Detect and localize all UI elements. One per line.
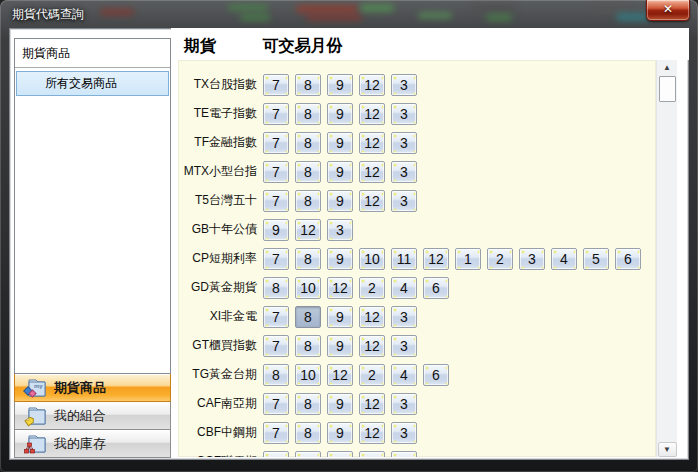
month-button[interactable]: 10 (295, 277, 321, 299)
month-button[interactable]: 3 (391, 306, 417, 328)
month-button[interactable]: 9 (327, 248, 353, 270)
product-label: CP短期利率 (178, 250, 263, 267)
month-button[interactable]: 8 (295, 190, 321, 212)
vertical-scrollbar[interactable]: ▲ ▼ (656, 60, 677, 457)
month-button[interactable]: 2 (487, 248, 513, 270)
month-button[interactable]: 6 (423, 364, 449, 386)
month-button[interactable]: 8 (295, 393, 321, 415)
month-button[interactable]: 9 (327, 451, 353, 458)
month-button[interactable]: 12 (359, 190, 385, 212)
month-button[interactable]: 12 (359, 393, 385, 415)
product-rows: TX台股指數789123TE電子指數789123TF金融指數789123MTX小… (178, 60, 656, 457)
month-buttons: 789123 (263, 422, 423, 444)
product-label: TG黃金台期 (178, 366, 263, 383)
month-button[interactable]: 8 (295, 103, 321, 125)
month-button[interactable]: 8 (295, 132, 321, 154)
month-button[interactable]: 12 (359, 422, 385, 444)
month-button[interactable]: 7 (263, 306, 289, 328)
month-button[interactable]: 7 (263, 132, 289, 154)
month-button[interactable]: 10 (359, 248, 385, 270)
month-button[interactable]: 7 (263, 248, 289, 270)
month-button[interactable]: 9 (327, 103, 353, 125)
month-button[interactable]: 11 (391, 248, 417, 270)
month-button[interactable]: 6 (615, 248, 641, 270)
month-button[interactable]: 8 (295, 451, 321, 458)
month-button[interactable]: 3 (391, 103, 417, 125)
nav-button-my-portfolio[interactable]: 我的組合 (14, 402, 171, 430)
month-button[interactable]: 12 (359, 306, 385, 328)
month-button[interactable]: 9 (327, 393, 353, 415)
month-button[interactable]: 3 (391, 422, 417, 444)
month-buttons: 789123 (263, 74, 423, 96)
month-button[interactable]: 12 (359, 161, 385, 183)
nav-button-my-inventory[interactable]: 我的庫存 (14, 430, 171, 458)
close-button[interactable]: ✕ (646, 0, 690, 21)
month-button[interactable]: 9 (327, 132, 353, 154)
month-button[interactable]: 8 (295, 161, 321, 183)
month-button[interactable]: 3 (327, 219, 353, 241)
month-button[interactable]: 3 (391, 132, 417, 154)
month-button[interactable]: 3 (519, 248, 545, 270)
month-button[interactable]: 3 (391, 393, 417, 415)
month-button[interactable]: 7 (263, 422, 289, 444)
month-button[interactable]: 4 (391, 364, 417, 386)
month-button[interactable]: 6 (423, 277, 449, 299)
month-button[interactable]: 9 (327, 190, 353, 212)
month-button[interactable]: 9 (263, 219, 289, 241)
month-button[interactable]: 9 (327, 306, 353, 328)
product-label: MTX小型台指 (178, 163, 263, 180)
month-button[interactable]: 8 (295, 74, 321, 96)
month-button[interactable]: 8 (295, 422, 321, 444)
month-button[interactable]: 3 (391, 74, 417, 96)
month-button[interactable]: 4 (551, 248, 577, 270)
month-button[interactable]: 3 (391, 190, 417, 212)
month-button[interactable]: 9 (327, 161, 353, 183)
month-button[interactable]: 3 (391, 161, 417, 183)
month-button[interactable]: 4 (391, 277, 417, 299)
titlebar[interactable]: 期貨代碼查詢 ✕ (0, 0, 698, 28)
month-button[interactable]: 8 (295, 306, 321, 328)
month-button[interactable]: 3 (391, 451, 417, 458)
month-button[interactable]: 9 (327, 74, 353, 96)
month-button[interactable]: 5 (583, 248, 609, 270)
month-button[interactable]: 7 (263, 103, 289, 125)
product-label: GB十年公債 (178, 221, 263, 238)
scroll-down-arrow-icon[interactable]: ▼ (658, 442, 677, 457)
month-button[interactable]: 2 (359, 364, 385, 386)
month-button[interactable]: 12 (359, 335, 385, 357)
month-button[interactable]: 8 (263, 364, 289, 386)
glass-reflection (470, 4, 516, 12)
month-button[interactable]: 1 (455, 248, 481, 270)
month-button[interactable]: 10 (295, 364, 321, 386)
month-button[interactable]: 12 (295, 219, 321, 241)
month-button[interactable]: 12 (359, 74, 385, 96)
month-button[interactable]: 7 (263, 335, 289, 357)
nav-button-futures-products[interactable]: my 期貨商品 (14, 374, 171, 402)
month-button[interactable]: 12 (359, 451, 385, 458)
month-button[interactable]: 7 (263, 451, 289, 458)
month-button[interactable]: 2 (359, 277, 385, 299)
tree-item-all-products[interactable]: 所有交易商品 (16, 71, 169, 96)
glass-reflection (418, 12, 452, 19)
glass-reflection (240, 14, 270, 21)
scrollbar-thumb[interactable] (659, 76, 676, 102)
month-button[interactable]: 8 (295, 335, 321, 357)
product-label: XI非金電 (178, 308, 263, 325)
month-button[interactable]: 12 (359, 103, 385, 125)
scroll-up-arrow-icon[interactable]: ▲ (657, 60, 677, 76)
month-button[interactable]: 8 (263, 277, 289, 299)
month-button[interactable]: 9 (327, 422, 353, 444)
month-button[interactable]: 12 (327, 364, 353, 386)
month-button[interactable]: 7 (263, 161, 289, 183)
month-button[interactable]: 9 (327, 335, 353, 357)
month-buttons: 789101112123456 (263, 248, 647, 270)
product-row: TE電子指數789123 (178, 99, 656, 128)
month-button[interactable]: 3 (391, 335, 417, 357)
month-button[interactable]: 12 (423, 248, 449, 270)
month-button[interactable]: 7 (263, 74, 289, 96)
month-button[interactable]: 12 (359, 132, 385, 154)
month-button[interactable]: 7 (263, 393, 289, 415)
month-button[interactable]: 7 (263, 190, 289, 212)
month-button[interactable]: 8 (295, 248, 321, 270)
month-button[interactable]: 12 (327, 277, 353, 299)
